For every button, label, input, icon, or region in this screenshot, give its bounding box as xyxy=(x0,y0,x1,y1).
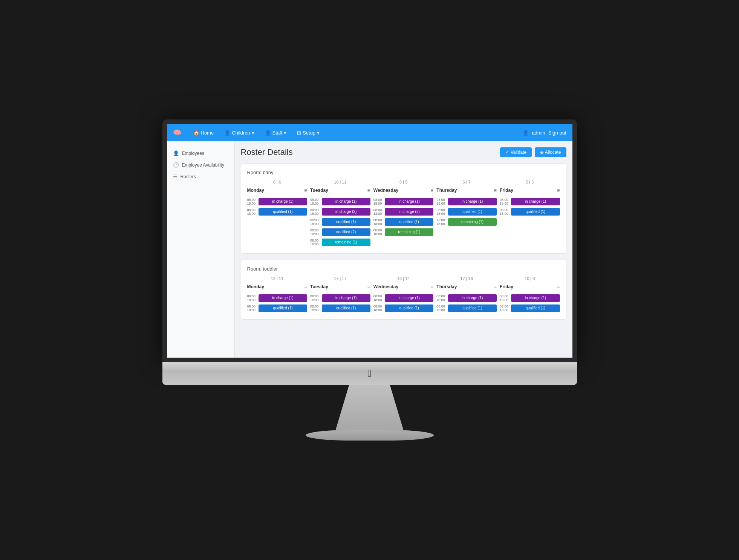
shift-row-1-3-0: 08:0018:00in charge (1) xyxy=(436,294,497,302)
shift-label-0-0-0[interactable]: in charge (1) xyxy=(259,198,307,205)
shift-label-1-2-1[interactable]: qualified (1) xyxy=(385,304,433,312)
shift-label-0-1-3[interactable]: qualified (2) xyxy=(322,228,370,236)
shift-row-1-0-1: 08:0018:00qualified (1) xyxy=(247,304,308,312)
shift-times-0-1-3: 08:0018:00 xyxy=(310,228,319,236)
allocate-button[interactable]: ⊕ Allocate xyxy=(535,147,566,157)
app-body: 👤 Employees 🕐 Employee Availability ☰ Ro… xyxy=(167,141,572,358)
shift-label-0-1-4[interactable]: remaining (1) xyxy=(322,239,370,246)
shift-label-1-2-0[interactable]: in charge (1) xyxy=(385,294,433,302)
sidebar-item-rosters[interactable]: ☰ Rosters xyxy=(167,171,234,182)
day-col-0-1: 10 | 11Tuesday≡08:0018:00in charge (1)08… xyxy=(310,180,370,247)
nav-right: 👤 admin Sign out xyxy=(523,130,566,136)
day-menu-icon-0-2[interactable]: ≡ xyxy=(430,187,433,193)
shift-label-1-1-0[interactable]: in charge (1) xyxy=(322,294,370,302)
shift-label-1-4-1[interactable]: qualified (1) xyxy=(511,304,560,312)
day-stats-1-3: 17 | 16 xyxy=(436,276,497,281)
shift-times-1-4-1: 08:0018:00 xyxy=(500,304,508,312)
validate-button[interactable]: ✓ Validate xyxy=(500,147,532,157)
shift-times-1-0-0: 08:0018:00 xyxy=(247,294,256,302)
shift-label-0-1-2[interactable]: qualified (1) xyxy=(322,218,370,226)
sidebar-item-availability[interactable]: 🕐 Employee Availability xyxy=(167,159,234,171)
shift-label-1-1-1[interactable]: qualified (1) xyxy=(322,304,370,312)
day-col-1-2: 16 | 14Wednesday≡08:0018:00in charge (1)… xyxy=(373,276,434,313)
shift-row-0-1-4: 08:0018:00remaining (1) xyxy=(310,239,370,246)
shift-label-0-1-1[interactable]: in charge (2) xyxy=(322,208,370,216)
shift-times-1-2-1: 08:0018:00 xyxy=(373,304,382,312)
day-col-1-1: 17 | 17Tuesday≡08:0018:00in charge (1)08… xyxy=(310,276,370,313)
day-header-1-2: Wednesday≡ xyxy=(373,282,434,291)
monitor-stand-top xyxy=(336,385,404,430)
shift-row-1-1-1: 08:0018:00qualified (1) xyxy=(310,304,370,312)
shift-times-1-3-0: 08:0018:00 xyxy=(436,294,445,302)
room-title-0: Room: baby xyxy=(247,170,560,175)
nav-staff[interactable]: 👤 Staff xyxy=(260,128,291,138)
validate-label: ✓ Validate xyxy=(505,150,526,155)
day-menu-icon-1-1[interactable]: ≡ xyxy=(367,284,370,290)
navbar: 🧠 🏠 Home 👤 Children 👤 Staff xyxy=(167,124,572,141)
shift-row-0-1-3: 08:0018:00qualified (2) xyxy=(310,228,370,236)
nav-children[interactable]: 👤 Children xyxy=(220,128,259,138)
shift-label-0-2-0[interactable]: in charge (1) xyxy=(385,198,433,205)
shift-label-0-4-1[interactable]: qualified (1) xyxy=(511,208,560,216)
day-menu-icon-0-3[interactable]: ≡ xyxy=(494,187,497,193)
shift-label-0-3-2[interactable]: remaining (1) xyxy=(448,218,497,226)
day-menu-icon-0-4[interactable]: ≡ xyxy=(557,187,560,193)
shift-times-1-4-0: 08:0018:00 xyxy=(500,294,508,302)
shift-label-1-0-1[interactable]: qualified (1) xyxy=(259,304,307,312)
shift-times-0-2-2: 08:0018:00 xyxy=(373,218,382,226)
sidebar: 👤 Employees 🕐 Employee Availability ☰ Ro… xyxy=(167,141,235,358)
day-name-0-0: Monday xyxy=(247,188,264,193)
day-stats-0-3: 6 | 7 xyxy=(436,180,497,184)
day-stats-1-0: 12 | 11 xyxy=(247,276,308,281)
apple-logo:  xyxy=(367,367,371,379)
shift-label-1-3-1[interactable]: qualified (1) xyxy=(448,304,497,312)
shift-row-1-0-0: 08:0018:00in charge (1) xyxy=(247,294,308,302)
shift-row-1-3-1: 08:0018:00qualified (1) xyxy=(436,304,497,312)
day-stats-1-4: 10 | 8 xyxy=(500,276,560,281)
shift-label-1-4-0[interactable]: in charge (1) xyxy=(511,294,560,302)
shift-times-0-4-1: 08:0018:00 xyxy=(500,208,508,216)
day-menu-icon-1-3[interactable]: ≡ xyxy=(494,284,497,290)
day-name-1-1: Tuesday xyxy=(310,284,328,289)
day-name-1-2: Wednesday xyxy=(373,284,398,289)
monitor-stand-base xyxy=(306,430,434,441)
shift-label-0-2-2[interactable]: qualified (1) xyxy=(385,218,433,226)
shift-label-0-2-1[interactable]: in charge (2) xyxy=(385,208,433,216)
shift-row-0-0-1: 08:0018:00qualified (1) xyxy=(247,208,308,216)
shift-times-0-4-0: 08:0018:00 xyxy=(500,198,508,205)
day-name-1-3: Thursday xyxy=(436,284,457,289)
shift-times-1-1-1: 08:0018:00 xyxy=(310,304,319,312)
nav-home[interactable]: 🏠 Home xyxy=(189,128,219,138)
day-menu-icon-0-1[interactable]: ≡ xyxy=(367,187,370,193)
shift-label-0-3-1[interactable]: qualified (1) xyxy=(448,208,497,216)
shift-row-0-4-1: 08:0018:00qualified (1) xyxy=(500,208,560,216)
nav-setup[interactable]: ⊞ Setup xyxy=(292,128,324,138)
shift-times-0-3-2: 13:0018:00 xyxy=(436,218,445,226)
signout-link[interactable]: Sign out xyxy=(548,130,566,136)
day-name-1-4: Friday xyxy=(500,284,513,289)
day-menu-icon-0-0[interactable]: ≡ xyxy=(304,187,307,193)
clock-icon: 🕐 xyxy=(173,162,179,168)
employees-icon: 👤 xyxy=(173,150,179,156)
shift-label-0-0-1[interactable]: qualified (1) xyxy=(259,208,307,216)
day-stats-1-1: 17 | 17 xyxy=(310,276,370,281)
shift-label-0-2-3[interactable]: remaining (1) xyxy=(385,228,433,236)
shift-row-0-1-1: 08:0018:00in charge (2) xyxy=(310,208,370,216)
setup-icon: ⊞ xyxy=(297,130,301,136)
sidebar-item-employees[interactable]: 👤 Employees xyxy=(167,147,234,159)
day-menu-icon-1-0[interactable]: ≡ xyxy=(304,284,307,290)
shift-row-0-4-0: 08:0018:00in charge (1) xyxy=(500,198,560,205)
day-header-1-1: Tuesday≡ xyxy=(310,282,370,291)
day-header-0-4: Friday≡ xyxy=(500,186,560,195)
room-section-1: Room: toddler12 | 11Monday≡08:0018:00in … xyxy=(241,260,566,320)
user-icon: 👤 xyxy=(523,130,529,136)
day-header-0-1: Tuesday≡ xyxy=(310,186,370,195)
day-menu-icon-1-2[interactable]: ≡ xyxy=(430,284,433,290)
day-menu-icon-1-4[interactable]: ≡ xyxy=(557,284,560,290)
shift-label-1-3-0[interactable]: in charge (1) xyxy=(448,294,497,302)
shift-label-0-4-0[interactable]: in charge (1) xyxy=(511,198,560,205)
day-name-0-3: Thursday xyxy=(436,188,457,193)
shift-label-0-3-0[interactable]: in charge (1) xyxy=(448,198,497,205)
shift-label-0-1-0[interactable]: in charge (1) xyxy=(322,198,370,205)
shift-label-1-0-0[interactable]: in charge (1) xyxy=(259,294,307,302)
